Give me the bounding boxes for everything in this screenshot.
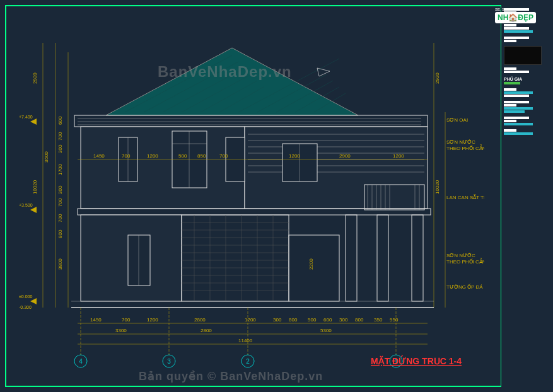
col3 bbox=[412, 215, 423, 301]
grid-3: 3 bbox=[167, 358, 171, 365]
annot-tuong: TƯỜNG ỐP ĐÁ bbox=[446, 284, 483, 290]
dt-1450: 1450 bbox=[93, 153, 105, 159]
title-block: PHÚ GIA bbox=[501, 5, 548, 387]
project-name: PHÚ GIA bbox=[504, 77, 522, 81]
dim-300b: 300 bbox=[57, 185, 63, 194]
dt-1200c: 1200 bbox=[393, 153, 404, 159]
svg-marker-3 bbox=[30, 118, 37, 125]
dim-700c: 700 bbox=[57, 214, 63, 222]
db1-600: 600 bbox=[323, 317, 332, 323]
db1-1450: 1450 bbox=[90, 317, 102, 323]
window-f2-4 bbox=[282, 144, 317, 182]
brick-hatch bbox=[182, 215, 289, 301]
dim-700: 700 bbox=[57, 132, 63, 141]
dt-1200b: 1200 bbox=[289, 153, 300, 159]
roof bbox=[106, 48, 358, 115]
level-m0300: -0.300 bbox=[19, 305, 32, 309]
roof-slab bbox=[74, 115, 428, 127]
annot-son-nuoc1: SƠN NƯỚC bbox=[446, 139, 475, 145]
db-11400: 11400 bbox=[238, 338, 253, 343]
annot-lancan: LAN CAN SẮT TRẮNG bbox=[446, 194, 484, 200]
db1-950: 950 bbox=[390, 317, 399, 323]
db1-800b: 800 bbox=[355, 317, 364, 323]
dt-700: 700 bbox=[122, 153, 131, 159]
db2-5300: 5300 bbox=[320, 328, 332, 333]
window-gf bbox=[128, 235, 150, 285]
svg-marker-5 bbox=[30, 298, 37, 304]
grid-2: 2 bbox=[246, 358, 250, 365]
dim-2200: 2200 bbox=[308, 258, 314, 270]
db1-300: 300 bbox=[273, 317, 282, 323]
dim-3800: 3800 bbox=[57, 258, 63, 270]
main-drawing-area: 2920 600 700 300 1700 300 700 700 800 38… bbox=[5, 5, 497, 387]
dim-700b: 700 bbox=[57, 198, 63, 207]
db1-1200: 1200 bbox=[147, 317, 158, 323]
grid-4: 4 bbox=[79, 358, 83, 365]
col2 bbox=[377, 215, 388, 301]
stone-cladding bbox=[182, 215, 289, 301]
level-7400: +7.400 bbox=[19, 115, 33, 119]
db2-3300: 3300 bbox=[115, 328, 127, 333]
site-logo: SE, 5 STAR NH🏠ĐẸP bbox=[495, 8, 545, 26]
dt-2900: 2900 bbox=[339, 153, 351, 159]
annot-son-oai: SƠN OAI bbox=[446, 117, 468, 123]
dim-10020: 10020 bbox=[32, 180, 38, 194]
col1 bbox=[346, 215, 357, 301]
db1-350: 350 bbox=[374, 317, 383, 323]
dim-10020-r: 10020 bbox=[434, 180, 440, 194]
drawing-title: MẶT ĐỨNG TRỤC 1-4 bbox=[371, 355, 462, 366]
annot-phoi2: THEO PHỐI CẢNH bbox=[446, 258, 484, 265]
dim-300: 300 bbox=[57, 144, 63, 153]
level-3500: +3.500 bbox=[19, 203, 33, 207]
db1-700: 700 bbox=[122, 317, 131, 323]
dim-1700: 1700 bbox=[57, 164, 63, 175]
dim-600: 600 bbox=[57, 116, 63, 125]
elevation-drawing: 2920 600 700 300 1700 300 700 700 800 38… bbox=[18, 18, 484, 371]
db1-300b: 300 bbox=[339, 317, 348, 323]
dim-2920-l: 2920 bbox=[32, 72, 38, 84]
floor2-left bbox=[81, 127, 245, 209]
db2-2800: 2800 bbox=[201, 328, 212, 333]
dim-3600: 3600 bbox=[44, 151, 49, 163]
db1-500: 500 bbox=[308, 317, 317, 323]
db1-1200b: 1200 bbox=[245, 317, 256, 323]
dt-500: 500 bbox=[178, 153, 187, 159]
db1-2800: 2800 bbox=[194, 317, 206, 323]
annot-son-nuoc2: SƠN NƯỚC bbox=[446, 253, 475, 258]
company-logo bbox=[504, 46, 542, 65]
dt-700b: 700 bbox=[219, 153, 228, 159]
dt-1200: 1200 bbox=[147, 153, 158, 159]
dt-850: 850 bbox=[197, 153, 206, 159]
slab-hatch bbox=[78, 118, 421, 125]
floor2-right bbox=[245, 127, 428, 209]
level-0000: ±0.000 bbox=[19, 294, 32, 299]
dim-800: 800 bbox=[57, 229, 63, 238]
annot-phoi1: THEO PHỐI CẢNH bbox=[446, 144, 484, 151]
svg-marker-4 bbox=[30, 207, 37, 213]
db1-800: 800 bbox=[289, 317, 298, 323]
dim-2920-r: 2920 bbox=[434, 72, 440, 84]
garage-opening bbox=[289, 235, 339, 301]
